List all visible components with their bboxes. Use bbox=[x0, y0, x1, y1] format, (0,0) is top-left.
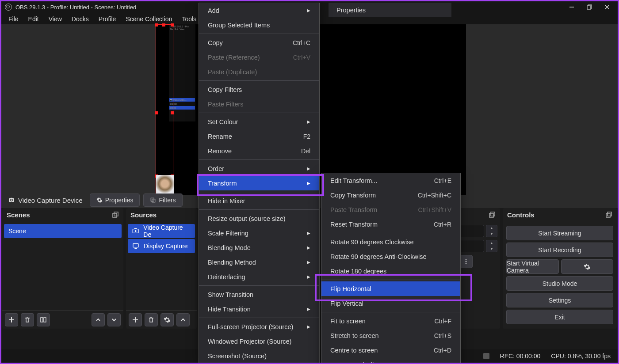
resize-handle[interactable] bbox=[155, 111, 158, 114]
menu-item-order[interactable]: Order▶ bbox=[199, 161, 319, 176]
submenu-arrow-icon: ▶ bbox=[307, 231, 310, 235]
menu-item-full-screen-projector-source[interactable]: Full-screen Projector (Source)▶ bbox=[199, 319, 319, 334]
menu-item-flip-horizontal[interactable]: Flip Horizontal bbox=[321, 281, 460, 296]
menu-profile[interactable]: Profile bbox=[94, 15, 121, 23]
menu-view[interactable]: View bbox=[44, 15, 66, 23]
menu-item-screenshot-source[interactable]: Screenshot (Source) bbox=[199, 349, 319, 363]
popout-icon[interactable] bbox=[112, 212, 119, 219]
resize-handle[interactable] bbox=[171, 23, 174, 27]
move-scene-up-button[interactable] bbox=[92, 313, 105, 326]
start-streaming-button[interactable]: Start Streaming bbox=[506, 226, 613, 240]
menu-item-scale-filtering[interactable]: Scale Filtering▶ bbox=[199, 226, 319, 240]
minimize-button[interactable] bbox=[568, 4, 575, 11]
shortcut: Ctrl+S bbox=[434, 332, 451, 339]
shortcut: Ctrl+Shift+V bbox=[418, 206, 451, 213]
source-selection-outline[interactable] bbox=[156, 24, 173, 201]
source-item-video-capture[interactable]: Video Capture De bbox=[128, 224, 195, 238]
add-source-button[interactable] bbox=[129, 313, 142, 326]
transition-spinner[interactable]: ▲▼ bbox=[486, 225, 497, 237]
menu-item-rotate-90-degrees-clockwise[interactable]: Rotate 90 degrees Clockwise bbox=[321, 235, 460, 249]
menu-item-fit-to-screen[interactable]: Fit to screenCtrl+F bbox=[321, 314, 460, 328]
menu-item-blending-method[interactable]: Blending Method▶ bbox=[199, 255, 319, 269]
maximize-button[interactable] bbox=[586, 4, 593, 11]
menu-item-show-transition[interactable]: Show Transition bbox=[199, 287, 319, 302]
menu-item-copy-transform[interactable]: Copy TransformCtrl+Shift+C bbox=[321, 188, 460, 202]
filters-icon bbox=[150, 197, 156, 203]
shortcut: Ctrl+C bbox=[293, 39, 310, 46]
menu-item-rename[interactable]: RenameF2 bbox=[199, 129, 319, 144]
transition-more-button[interactable] bbox=[459, 255, 473, 268]
settings-button[interactable]: Settings bbox=[506, 293, 613, 307]
shortcut: Ctrl+V bbox=[293, 54, 310, 61]
remove-scene-button[interactable] bbox=[21, 313, 34, 326]
shortcut: Ctrl+R bbox=[434, 221, 451, 228]
popout-icon[interactable] bbox=[605, 212, 612, 219]
add-scene-button[interactable] bbox=[5, 313, 18, 326]
transition-duration-spinner[interactable]: ▲▼ bbox=[486, 240, 497, 252]
scenes-title: Scenes bbox=[7, 211, 30, 219]
resize-handle[interactable] bbox=[155, 23, 158, 27]
menu-item-rotate-90-degrees-anti-clockwise[interactable]: Rotate 90 degrees Anti-Clockwise bbox=[321, 249, 460, 264]
menu-item-centre-vertically[interactable]: Centre Vertically bbox=[321, 357, 460, 364]
svg-rect-18 bbox=[489, 213, 493, 217]
menu-separator bbox=[199, 285, 319, 286]
menu-separator bbox=[199, 318, 319, 318]
resize-handle[interactable] bbox=[171, 111, 174, 114]
svg-point-21 bbox=[466, 261, 467, 262]
move-scene-down-button[interactable] bbox=[107, 313, 121, 326]
start-virtual-camera-button[interactable]: Start Virtual Camera bbox=[506, 259, 559, 274]
filters-button[interactable]: Filters bbox=[143, 193, 182, 207]
close-button[interactable] bbox=[604, 4, 611, 11]
controls-title: Controls bbox=[507, 211, 535, 219]
move-source-up-button[interactable] bbox=[176, 313, 190, 326]
monitor-icon bbox=[132, 243, 139, 250]
menu-item-flip-vertical[interactable]: Flip Vertical bbox=[321, 296, 460, 311]
menu-separator bbox=[199, 80, 319, 81]
menu-item-rotate-180-degrees[interactable]: Rotate 180 degrees bbox=[321, 264, 460, 278]
menu-item-resize-output-source-size[interactable]: Resize output (source size) bbox=[199, 211, 319, 226]
menu-scene-collection[interactable]: Scene Collection bbox=[121, 15, 176, 23]
menu-item-group-selected-items[interactable]: Group Selected Items bbox=[199, 18, 319, 32]
menu-docks[interactable]: Docks bbox=[67, 15, 93, 23]
submenu-arrow-icon: ▶ bbox=[307, 119, 310, 124]
popout-icon[interactable] bbox=[489, 212, 496, 219]
menu-item-hide-in-mixer[interactable]: Hide in Mixer bbox=[199, 193, 319, 208]
menu-item-add[interactable]: Add▶ bbox=[199, 3, 319, 18]
svg-point-22 bbox=[466, 263, 467, 264]
resize-handle[interactable] bbox=[162, 23, 165, 27]
menu-item-copy-filters[interactable]: Copy Filters bbox=[199, 82, 319, 97]
studio-mode-button[interactable]: Studio Mode bbox=[506, 276, 613, 291]
remove-source-button[interactable] bbox=[145, 313, 158, 326]
recording-status: REC: 00:00:00 bbox=[500, 353, 541, 360]
menu-item-set-colour[interactable]: Set Colour▶ bbox=[199, 114, 319, 129]
exit-button[interactable]: Exit bbox=[506, 310, 613, 324]
menu-item-windowed-projector-source[interactable]: Windowed Projector (Source) bbox=[199, 334, 319, 349]
start-recording-button[interactable]: Start Recording bbox=[506, 243, 613, 257]
menu-item-blending-mode[interactable]: Blending Mode▶ bbox=[199, 240, 319, 255]
scene-item[interactable]: Scene bbox=[4, 224, 122, 238]
menu-item-transform[interactable]: Transform▶ bbox=[199, 176, 319, 190]
menu-file[interactable]: File bbox=[4, 15, 23, 23]
menu-separator bbox=[321, 312, 460, 312]
context-properties-item[interactable]: Properties bbox=[329, 3, 451, 17]
menu-item-copy[interactable]: CopyCtrl+C bbox=[199, 35, 319, 50]
menu-item-hide-transition[interactable]: Hide Transition▶ bbox=[199, 302, 319, 316]
menu-item-stretch-to-screen[interactable]: Stretch to screenCtrl+S bbox=[321, 328, 460, 343]
scenes-panel: Scenes Scene bbox=[2, 208, 123, 329]
menu-item-paste-transform: Paste TransformCtrl+Shift+V bbox=[321, 202, 460, 217]
shortcut: Ctrl+D bbox=[434, 347, 451, 354]
source-properties-button[interactable] bbox=[160, 313, 174, 326]
source-item-display-capture[interactable]: Display Capture bbox=[128, 239, 195, 253]
menu-item-remove[interactable]: RemoveDel bbox=[199, 144, 319, 158]
virtual-camera-settings-button[interactable] bbox=[561, 259, 614, 274]
menu-item-edit-transform[interactable]: Edit Transform...Ctrl+E bbox=[321, 173, 460, 188]
menu-tools[interactable]: Tools bbox=[177, 15, 201, 23]
menu-item-centre-to-screen[interactable]: Centre to screenCtrl+D bbox=[321, 343, 460, 357]
menu-item-paste-duplicate: Paste (Duplicate) bbox=[199, 64, 319, 79]
properties-button[interactable]: Properties bbox=[90, 193, 140, 207]
menu-edit[interactable]: Edit bbox=[24, 15, 43, 23]
scene-filter-button[interactable] bbox=[37, 313, 50, 326]
menu-item-reset-transform[interactable]: Reset TransformCtrl+R bbox=[321, 217, 460, 231]
shortcut: Ctrl+F bbox=[435, 318, 452, 325]
menu-item-deinterlacing[interactable]: Deinterlacing▶ bbox=[199, 269, 319, 284]
